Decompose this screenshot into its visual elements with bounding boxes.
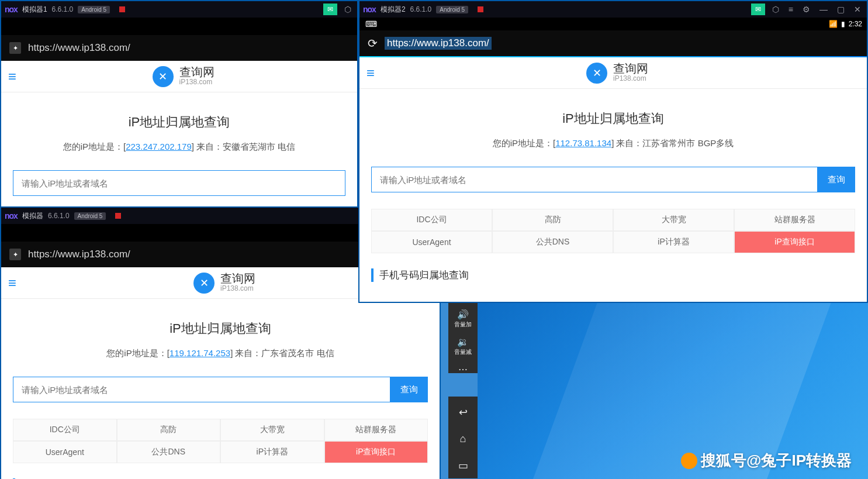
url-text: https://www.ip138.com/ [28, 42, 130, 54]
tab-dns[interactable]: 公共DNS [492, 231, 613, 253]
android-navbar: ↩ ⌂ ▭ [448, 397, 478, 478]
tab-api[interactable]: iP查询接口 [324, 441, 428, 463]
ip-search-input[interactable] [13, 377, 390, 402]
tab-calc[interactable]: iP计算器 [220, 441, 324, 463]
page-heading: iP地址归属地查询 [13, 320, 428, 337]
emulator-version: 6.6.1.0 [52, 5, 74, 13]
shirt-icon[interactable]: ⬡ [770, 5, 781, 14]
tab-gaofang[interactable]: 高防 [117, 419, 221, 441]
site-favicon: ✦ [9, 249, 21, 260]
tab-bandwidth[interactable]: 大带宽 [220, 419, 324, 441]
nox-logo: nox [363, 5, 376, 14]
emulator-window-1: nox 模拟器1 6.6.1.0 Android 5 ✉ ⬡ ✦ https:/… [0, 0, 358, 206]
site-brand: 查询网 [179, 66, 215, 78]
search-button[interactable]: 查询 [390, 377, 428, 402]
volume-up-button[interactable]: 🔊音量加 [454, 309, 472, 328]
page-nav: ≡ ✕ 查询网 iP138.com [1, 61, 357, 92]
os-badge: Android 5 [78, 6, 110, 13]
record-icon [478, 6, 483, 12]
ip-link[interactable]: 112.73.81.134 [555, 138, 611, 148]
status-spacer [1, 18, 357, 35]
os-badge: Android 5 [74, 212, 106, 220]
menu-icon[interactable]: ≡ [8, 275, 16, 291]
site-domain: iP138.com [220, 284, 255, 292]
clock: 2:32 [849, 20, 862, 28]
site-logo-icon: ✕ [586, 63, 607, 84]
page-nav: ≡ ✕ 查询网 iP138.com [359, 57, 867, 89]
refresh-icon[interactable]: ⟳ [368, 36, 378, 50]
watermark: 搜狐号@兔子IP转换器 [681, 450, 852, 471]
nox-logo: nox [5, 211, 18, 220]
phone-section-title: 手机号码归属地查询 [371, 268, 855, 282]
android-statusbar: ⌨ 📶 ▮ 2:32 [359, 18, 867, 30]
ip-info: 您的iP地址是：[112.73.81.134] 来自：江苏省常州市 BGP多线 [371, 138, 855, 149]
emulator-title: 模拟器1 [22, 5, 47, 15]
record-icon [119, 6, 125, 12]
ip-link[interactable]: 119.121.74.253 [170, 348, 230, 358]
shirt-icon[interactable]: ⬡ [342, 5, 354, 14]
url-bar[interactable]: ✦ https://www.ip138.com/ [1, 35, 357, 61]
site-logo-icon: ✕ [193, 273, 215, 294]
os-badge: Android 5 [436, 6, 468, 13]
sohu-logo-icon [681, 453, 697, 469]
tab-api[interactable]: iP查询接口 [734, 231, 855, 253]
notification-icon[interactable]: ✉ [751, 4, 765, 15]
service-tabs: IDC公司 高防 大带宽 站群服务器 UserAgent 公共DNS iP计算器… [13, 419, 428, 463]
url-bar[interactable]: ⟳ https://www.ip138.com/ [359, 30, 867, 56]
tab-dns[interactable]: 公共DNS [117, 441, 221, 463]
menu-lines-icon[interactable]: ≡ [786, 5, 796, 14]
close-icon[interactable]: ✕ [852, 5, 863, 14]
tab-ua[interactable]: UserAgent [371, 231, 492, 253]
menu-icon[interactable]: ≡ [8, 68, 16, 85]
ip-info: 您的iP地址是：[223.247.202.179] 来自：安徽省芜湖市 电信 [13, 142, 345, 153]
recents-icon[interactable]: ▭ [458, 459, 468, 472]
emulator-title: 模拟器 [22, 211, 43, 221]
home-icon[interactable]: ⌂ [460, 433, 466, 445]
search-button[interactable]: 查询 [818, 167, 855, 192]
site-logo-icon: ✕ [153, 66, 174, 87]
menu-icon[interactable]: ≡ [366, 65, 375, 81]
battery-icon: ▮ [841, 20, 845, 28]
tab-idc[interactable]: IDC公司 [371, 209, 492, 231]
emulator-title: 模拟器2 [381, 5, 406, 15]
emulator-version: 6.6.1.0 [410, 5, 432, 13]
page-heading: iP地址归属地查询 [13, 113, 345, 131]
emulator-window-2: nox 模拟器2 6.6.1.0 Android 5 ✉ ⬡ ≡ ⚙ — ▢ ✕… [358, 0, 868, 303]
url-text[interactable]: https://www.ip138.com/ [385, 37, 492, 50]
site-domain: iP138.com [613, 74, 648, 82]
wifi-icon: 📶 [829, 20, 838, 28]
keyboard-icon: ⌨ [365, 19, 377, 29]
emulator-side-toolbar: 🔊音量加 🔉音量减 ⋯ [448, 303, 478, 373]
ip-search-input[interactable] [13, 170, 345, 196]
ip-search-input[interactable] [371, 167, 818, 192]
ip-link[interactable]: 223.247.202.179 [126, 142, 192, 151]
volume-down-button[interactable]: 🔉音量减 [454, 336, 472, 356]
url-text: https://www.ip138.com/ [28, 249, 130, 260]
site-domain: iP138.com [179, 78, 215, 86]
site-brand: 查询网 [220, 273, 255, 284]
emulator-version: 6.6.1.0 [48, 212, 70, 220]
minimize-icon[interactable]: — [817, 5, 830, 14]
ip-info: 您的iP地址是：[119.121.74.253] 来自：广东省茂名市 电信 [13, 348, 428, 359]
maximize-icon[interactable]: ▢ [835, 5, 847, 14]
tab-cluster[interactable]: 站群服务器 [734, 209, 855, 231]
page-heading: iP地址归属地查询 [371, 110, 855, 127]
tab-calc[interactable]: iP计算器 [613, 231, 734, 253]
nox-logo: nox [5, 5, 18, 14]
tab-ua[interactable]: UserAgent [13, 441, 117, 463]
tab-gaofang[interactable]: 高防 [492, 209, 613, 231]
tab-bandwidth[interactable]: 大带宽 [613, 209, 734, 231]
site-favicon: ✦ [9, 42, 21, 54]
service-tabs: IDC公司 高防 大带宽 站群服务器 UserAgent 公共DNS iP计算器… [371, 209, 855, 253]
back-icon[interactable]: ↩ [459, 406, 468, 419]
gear-icon[interactable]: ⚙ [800, 5, 812, 14]
site-brand: 查询网 [613, 63, 648, 74]
tab-idc[interactable]: IDC公司 [13, 419, 117, 441]
titlebar[interactable]: nox 模拟器2 6.6.1.0 Android 5 ✉ ⬡ ≡ ⚙ — ▢ ✕ [359, 1, 867, 18]
record-icon [115, 213, 121, 219]
more-icon[interactable]: ⋯ [458, 364, 468, 376]
notification-icon[interactable]: ✉ [323, 4, 337, 15]
tab-cluster[interactable]: 站群服务器 [324, 419, 428, 441]
titlebar[interactable]: nox 模拟器1 6.6.1.0 Android 5 ✉ ⬡ [1, 1, 357, 18]
